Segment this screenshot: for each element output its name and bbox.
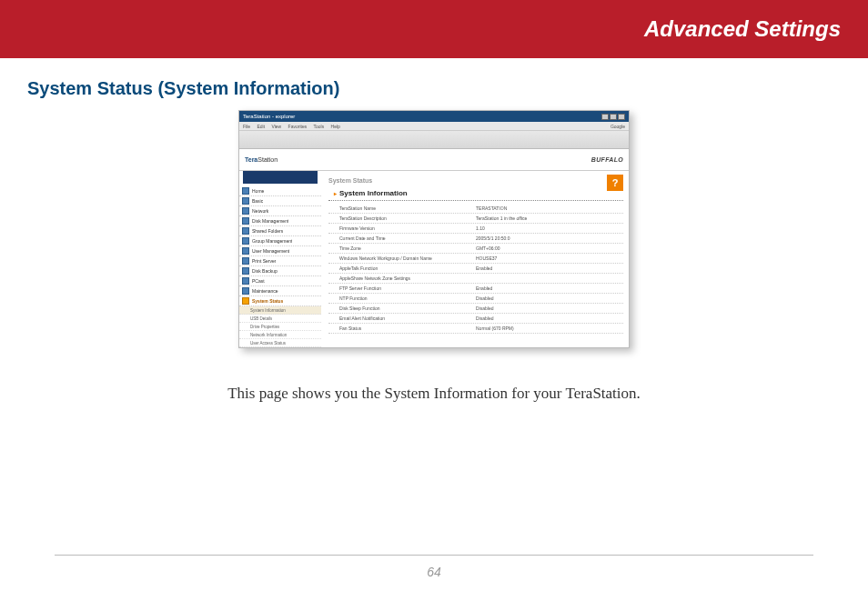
info-key: AppleShare Network Zone Settings — [339, 275, 476, 281]
nav-sub-drive[interactable]: Drive Properties — [239, 323, 321, 331]
info-key: TeraStation Name — [339, 205, 476, 211]
nav-group-management[interactable]: Group Management — [239, 236, 321, 246]
menu-file[interactable]: File — [243, 124, 250, 129]
menu-items: File Edit View Favorites Tools Help — [243, 124, 346, 129]
window-controls — [601, 114, 625, 120]
page-header-title: Advanced Settings — [644, 16, 841, 42]
maximize-icon[interactable] — [610, 114, 617, 120]
nav-print-server[interactable]: Print Server — [239, 256, 321, 266]
nav-sub-access[interactable]: User Access Status — [239, 339, 321, 347]
section-title: System Status (System Information) — [27, 78, 868, 99]
nav-icon — [242, 227, 249, 235]
nav-icon — [242, 297, 249, 305]
company-logo: BUFFALO — [591, 156, 623, 163]
search-branding: Google — [611, 124, 625, 129]
screenshot-container: TeraStation - explorer File Edit View Fa… — [0, 110, 868, 348]
nav-home[interactable]: Home — [239, 186, 321, 196]
nav-icon — [242, 267, 249, 275]
menubar: File Edit View Favorites Tools Help Goog… — [239, 122, 629, 131]
nav-icon — [242, 287, 249, 295]
nav-sub-usb[interactable]: USB Details — [239, 315, 321, 323]
info-key: Current Date and Time — [339, 235, 476, 241]
main-area: Home Basic Network Disk Management Share… — [239, 171, 629, 347]
info-row: Firmware Version1.10 — [328, 224, 623, 234]
info-value: Disabled — [476, 295, 623, 301]
product-logo: TeraStation — [245, 156, 278, 163]
header-bar: Advanced Settings — [0, 0, 868, 58]
nav-list: Home Basic Network Disk Management Share… — [239, 186, 321, 347]
info-key: Disk Sleep Function — [339, 306, 476, 311]
info-row: AppleShare Network Zone Settings — [328, 274, 623, 284]
info-key: NTP Function — [339, 295, 476, 301]
breadcrumb: System Status — [328, 177, 623, 184]
info-row: FTP Server FunctionEnabled — [328, 284, 623, 294]
info-key: AppleTalk Function — [339, 265, 476, 271]
info-key: Time Zone — [339, 245, 476, 251]
panel-title: ▸System Information — [328, 189, 623, 201]
nav-pcast[interactable]: PCast — [239, 276, 321, 286]
info-value: Enabled — [476, 285, 623, 291]
nav-sub-net[interactable]: Network Information — [239, 331, 321, 339]
info-key: Windows Network Workgroup / Domain Name — [339, 255, 476, 261]
info-row: NTP FunctionDisabled — [328, 294, 623, 304]
caption-text: This page shows you the System Informati… — [0, 385, 868, 403]
browser-window: TeraStation - explorer File Edit View Fa… — [238, 110, 630, 348]
menu-help[interactable]: Help — [331, 124, 340, 129]
nav-disk-backup[interactable]: Disk Backup — [239, 266, 321, 276]
nav-icon — [242, 217, 249, 225]
menu-favorites[interactable]: Favorites — [288, 124, 308, 129]
help-icon[interactable]: ? — [607, 175, 623, 191]
close-icon[interactable] — [618, 114, 625, 120]
info-row: Time ZoneGMT+06:00 — [328, 244, 623, 254]
nav-icon — [242, 257, 249, 265]
info-table: TeraStation NameTERASTATIONTeraStation D… — [328, 204, 623, 334]
content-panel: ? System Status ▸System Information Tera… — [321, 171, 629, 347]
sidebar-flag — [243, 171, 318, 184]
nav-basic[interactable]: Basic — [239, 196, 321, 206]
nav-shared-folders[interactable]: Shared Folders — [239, 226, 321, 236]
footer-rule — [55, 555, 813, 556]
info-key: Fan Status — [339, 326, 476, 331]
info-key: Email Alert Notification — [339, 316, 476, 321]
info-row: AppleTalk FunctionEnabled — [328, 264, 623, 274]
info-value: TeraStation 1 in the office — [476, 215, 623, 221]
bullet-icon: ▸ — [334, 191, 337, 196]
window-titlebar: TeraStation - explorer — [239, 111, 629, 122]
nav-sub-system-info[interactable]: System Information — [239, 306, 321, 315]
toolbar — [239, 131, 629, 149]
nav-icon — [242, 277, 249, 285]
info-row: TeraStation DescriptionTeraStation 1 in … — [328, 214, 623, 224]
info-value: Enabled — [476, 265, 623, 271]
info-row: Windows Network Workgroup / Domain NameH… — [328, 254, 623, 264]
minimize-icon[interactable] — [601, 114, 609, 120]
nav-system-status[interactable]: System Status — [239, 296, 321, 306]
info-row: Current Date and Time2005/5/1 20:50:0 — [328, 234, 623, 244]
info-key: TeraStation Description — [339, 215, 476, 221]
nav-network[interactable]: Network — [239, 206, 321, 216]
info-value: Normal (670 RPM) — [476, 326, 623, 331]
info-row: Fan StatusNormal (670 RPM) — [328, 324, 623, 334]
info-row: Email Alert NotificationDisabled — [328, 314, 623, 324]
nav-user-management[interactable]: User Management — [239, 246, 321, 256]
info-value: 2005/5/1 20:50:0 — [476, 235, 623, 241]
info-value: HOUSE37 — [476, 255, 623, 261]
info-key: FTP Server Function — [339, 285, 476, 291]
nav-disk-management[interactable]: Disk Management — [239, 216, 321, 226]
window-title-text: TeraStation - explorer — [243, 114, 295, 119]
nav-icon — [242, 197, 249, 205]
info-key: Firmware Version — [339, 225, 476, 231]
info-value: GMT+06:00 — [476, 245, 623, 251]
info-row: Disk Sleep FunctionDisabled — [328, 304, 623, 314]
nav-icon — [242, 207, 249, 215]
menu-tools[interactable]: Tools — [313, 124, 324, 129]
nav-icon — [242, 237, 249, 245]
info-value: Disabled — [476, 316, 623, 321]
menu-edit[interactable]: Edit — [257, 124, 265, 129]
info-value: 1.10 — [476, 225, 623, 231]
menu-view[interactable]: View — [271, 124, 281, 129]
nav-maintenance[interactable]: Maintenance — [239, 286, 321, 296]
info-value — [476, 275, 623, 281]
info-value: Disabled — [476, 306, 623, 311]
sidebar: Home Basic Network Disk Management Share… — [239, 171, 321, 347]
info-value: TERASTATION — [476, 205, 623, 211]
